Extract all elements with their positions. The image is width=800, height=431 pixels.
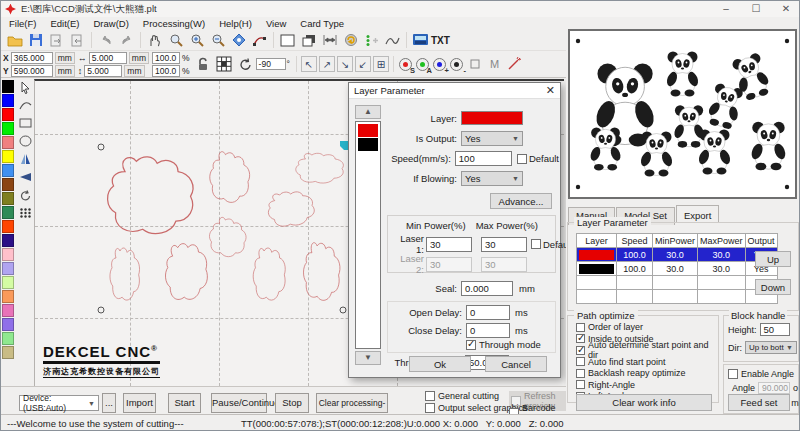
stop-button[interactable]: Stop [275,393,309,413]
y-position-field[interactable]: 590.000 [11,65,53,77]
align-top-right-icon[interactable]: ↗ [319,56,335,72]
speed-default-checkbox[interactable] [517,154,527,164]
height-field[interactable]: 5.000 [84,65,122,77]
ok-button[interactable]: Ok [409,356,471,372]
align-bottom-left-icon[interactable]: ↙ [355,56,371,72]
rotate-tool[interactable] [18,188,33,202]
menu-help[interactable]: Help(H) [219,18,252,29]
palette-swatch[interactable] [2,136,14,149]
menu-edit[interactable]: Edit(E) [50,18,79,29]
start-button[interactable]: Start [168,393,201,413]
curve-tool[interactable] [18,98,33,112]
palette-swatch[interactable] [2,108,14,121]
save-button[interactable] [25,31,46,49]
rotate-icon[interactable] [235,55,256,73]
backlash-reapy-checkbox[interactable] [576,369,585,378]
auto-determine-start-checkbox[interactable] [576,346,585,355]
general-cutting-checkbox[interactable] [425,391,435,401]
layer-list-up-button[interactable]: ▲ [355,105,381,119]
width-field[interactable]: 5.000 [89,52,127,64]
dialog-close-button[interactable]: ✕ [546,84,555,97]
palette-swatch[interactable] [2,178,14,191]
layer-list-down-button[interactable]: ▼ [355,351,381,365]
scale-x-field[interactable]: 100.0 [152,52,180,64]
rectangle-tool[interactable] [18,116,33,130]
palette-swatch[interactable] [2,122,14,135]
laser1-default-checkbox[interactable] [531,239,541,249]
right-angle-checkbox[interactable] [576,380,585,389]
palette-swatch[interactable] [2,192,14,205]
import-file-button[interactable] [46,31,67,49]
zoom-button[interactable] [165,31,186,49]
node-edit-button[interactable] [249,31,270,49]
table-row[interactable]: 100.030.030.0Yes [577,262,778,276]
feed-set-button[interactable]: Feed set [728,394,790,411]
laser-anchor-point-button[interactable]: A [416,58,429,71]
speed-field[interactable]: 100 [455,151,512,166]
layer-table[interactable]: Layer Speed MinPower MaxPower Output 100… [576,233,778,304]
layer-down-button[interactable]: Down [755,279,791,295]
laser-start-point-button[interactable]: S [399,58,412,71]
scale-y-field[interactable]: 100.0 [152,65,180,77]
rotate-angle-field[interactable]: -90 [256,58,286,70]
if-blowing-dropdown[interactable]: Yes▼ [461,171,523,186]
palette-swatch[interactable] [2,318,14,331]
advance-button[interactable]: Advance... [490,193,552,209]
cancel-button[interactable]: Cancel [485,356,547,372]
inside-to-outside-checkbox[interactable] [576,334,585,343]
layer-swatch-black[interactable] [358,138,378,151]
layer-swatch-red[interactable] [358,124,378,137]
menu-processing[interactable]: Processing(W) [143,18,205,29]
array-copy-button[interactable] [361,31,382,49]
grid-snap-icon[interactable] [214,55,235,73]
palette-swatch[interactable] [2,262,14,275]
palette-swatch[interactable] [2,220,14,233]
redo-button[interactable] [116,31,137,49]
x-position-field[interactable]: 365.000 [11,52,53,64]
palette-swatch[interactable] [2,164,14,177]
through-mode-checkbox[interactable] [466,340,476,350]
align-top-left-icon[interactable]: ↖ [301,56,317,72]
halftone-tool[interactable] [18,206,33,220]
screen-preview-button[interactable] [410,31,431,49]
zoom-extents-button[interactable] [228,31,249,49]
palette-swatch[interactable] [2,234,14,247]
height-field[interactable]: 50 [760,323,790,336]
close-delay-field[interactable]: 0 [466,323,510,338]
laser-add-point-button[interactable]: + [433,58,446,71]
zoom-in-button[interactable] [186,31,207,49]
dir-dropdown[interactable]: Up to bott▼ [745,341,797,354]
palette-swatch[interactable] [2,276,14,289]
seal-field[interactable]: 0.000 [461,281,513,296]
menu-view[interactable]: View [266,18,286,29]
palette-swatch[interactable] [2,248,14,261]
zoom-out-button[interactable] [207,31,228,49]
palette-swatch[interactable] [2,150,14,163]
laser-remove-point-button[interactable]: - [450,58,463,71]
layer-up-button[interactable]: Up [755,251,791,267]
menu-file[interactable]: File(F) [9,18,36,29]
clear-work-info-button[interactable]: Clear work info [576,394,712,411]
align-bottom-right-icon[interactable]: ↘ [337,56,353,72]
minimize-button[interactable]: – [711,1,741,17]
is-output-dropdown[interactable]: Yes▼ [461,131,523,146]
measure-button[interactable] [319,31,340,49]
menu-draw[interactable]: Draw(D) [94,18,129,29]
tab-export[interactable]: Export [676,205,719,223]
auto-find-start-checkbox[interactable] [576,357,585,366]
palette-swatch[interactable] [2,290,14,303]
close-button[interactable]: ✕ [771,1,800,17]
palette-swatch[interactable] [2,80,14,93]
mirror-vertical-tool[interactable] [18,170,33,184]
align-center-icon[interactable]: ⊞ [373,56,389,72]
import-button[interactable]: Import [123,393,156,413]
mirror-horizontal-tool[interactable] [18,152,33,166]
simulate-button[interactable] [340,31,361,49]
menu-card-type[interactable]: Card Type [300,18,344,29]
palette-swatch[interactable] [2,346,14,359]
frame-rect-button[interactable] [277,31,298,49]
palette-swatch[interactable] [2,206,14,219]
layer-list[interactable] [355,121,381,349]
device-dropdown[interactable]: Device:(USB:Auto)▼ [19,395,99,411]
ellipse-tool[interactable] [18,134,33,148]
